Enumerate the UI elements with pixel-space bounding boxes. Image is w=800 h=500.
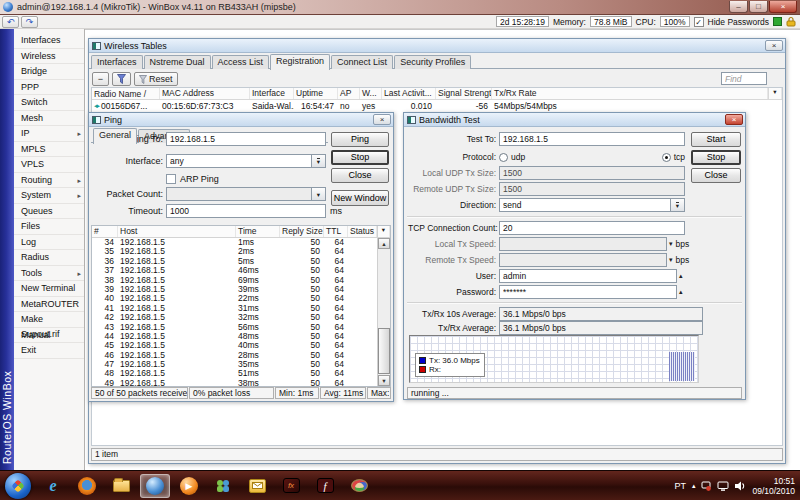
registration-row[interactable]: ◂▸00156D67... 00:15:6D:67:73:C3 Saida-Wa… [92,100,782,111]
wireless-close-button[interactable]: × [765,40,783,51]
tab-connect-list[interactable]: Connect List [331,55,393,69]
find-input[interactable] [721,72,767,85]
column-header-ttl[interactable]: TTL [324,226,348,237]
column-header-ap[interactable]: AP [338,88,360,99]
taskbar-icon-email[interactable] [242,474,272,498]
column-header-host[interactable]: Host [118,226,236,237]
column-header-reply-size[interactable]: Reply Size [280,226,324,237]
protocol-radio-udp[interactable] [499,153,508,162]
start-button[interactable]: Start [691,132,741,147]
close-button[interactable]: Close [331,168,389,183]
column-header-interface[interactable]: Interface [250,88,294,99]
ping-result-row[interactable]: 39 192.168.1.5 39ms 50 64 [92,285,377,294]
column-selector-dropdown[interactable]: ▾ [768,88,782,99]
protocol-radio-tcp[interactable] [662,153,671,162]
ping-result-row[interactable]: 48 192.168.1.5 51ms 50 64 [92,369,377,378]
tab-interfaces[interactable]: Interfaces [91,55,143,69]
ping-result-row[interactable]: 47 192.168.1.5 35ms 50 64 [92,360,377,369]
sidebar-item[interactable]: Make Supout.rif [14,312,84,328]
sidebar-item[interactable]: Routing ▸ [14,173,84,189]
column-header-tx-rx-rate[interactable]: Tx/Rx Rate [492,88,768,99]
maximize-button[interactable]: □ [749,1,768,13]
tab-general[interactable]: General [93,128,137,144]
column-header-w[interactable]: W... [360,88,382,99]
language-indicator[interactable]: PT [674,481,686,491]
sidebar-item[interactable]: Files [14,219,84,235]
ping-button[interactable]: Ping [331,132,389,147]
taskbar-icon-file-explorer[interactable] [106,474,136,498]
hide-passwords-checkbox[interactable]: ✓ [694,17,704,27]
user-input[interactable] [499,269,677,283]
sidebar-item[interactable]: Log [14,235,84,251]
ping-result-row[interactable]: 34 192.168.1.5 1ms 50 64 [92,238,377,247]
volume-icon[interactable] [735,481,746,491]
taskbar-icon-flash[interactable]: f [310,474,340,498]
taskbar-icon-internet-explorer[interactable]: e [38,474,68,498]
interface-dropdown-icon[interactable]: ▾ [312,154,326,168]
ping-result-row[interactable]: 37 192.168.1.5 46ms 50 64 [92,266,377,275]
ping-result-row[interactable]: 36 192.168.1.5 5ms 50 64 [92,257,377,266]
new-window-button[interactable]: New Window [331,190,389,206]
sidebar-item[interactable]: IP ▸ [14,126,84,142]
tab-registration[interactable]: Registration [270,54,330,70]
column-header-uptime[interactable]: Uptime [294,88,338,99]
stop-button[interactable]: Stop [331,150,389,165]
direction-select[interactable] [499,198,671,212]
remote-tx-dropdown-icon[interactable]: ▾ [669,256,673,264]
filter-button[interactable] [112,72,131,86]
ping-to-input[interactable] [166,132,326,146]
taskbar-icon-firefox[interactable] [72,474,102,498]
start-button[interactable] [5,473,31,499]
sidebar-item[interactable]: Radius [14,250,84,266]
sidebar-item[interactable]: Bridge [14,64,84,80]
taskbar-icon-messenger[interactable] [208,474,238,498]
password-input[interactable] [499,285,677,299]
sidebar-item[interactable]: Switch [14,95,84,111]
vertical-scrollbar[interactable]: ▲ ▼ [377,238,390,386]
local-tx-dropdown-icon[interactable]: ▾ [669,240,673,248]
direction-dropdown-icon[interactable]: ▾ [671,198,685,212]
sidebar-item[interactable]: New Terminal [14,281,84,297]
arp-ping-checkbox[interactable] [166,174,176,184]
sidebar-item[interactable]: Exit [14,343,84,359]
network-icon[interactable] [717,481,729,491]
redo-button[interactable]: ↷ [21,16,38,28]
close-button[interactable]: × [769,1,797,13]
taskbar-icon-paint[interactable] [344,474,374,498]
scrollbar-thumb[interactable] [378,328,390,374]
user-collapse-icon[interactable]: ▴ [679,272,683,280]
close-button[interactable]: Close [691,168,741,183]
ping-result-row[interactable]: 40 192.168.1.5 22ms 50 64 [92,294,377,303]
column-header-last-activity[interactable]: Last Activit... [382,88,436,99]
show-hidden-icons[interactable]: ▴ [692,482,696,490]
sidebar-item[interactable]: PPP [14,80,84,96]
tcp-connection-count-input[interactable] [499,221,685,235]
taskbar-icon-graphics-app[interactable]: fx [276,474,306,498]
sidebar-item[interactable]: Wireless [14,49,84,65]
sidebar-item[interactable]: System ▸ [14,188,84,204]
tab-security-profiles[interactable]: Security Profiles [394,55,471,69]
undo-button[interactable]: ↶ [2,16,19,28]
sidebar-item[interactable]: Interfaces [14,33,84,49]
password-collapse-icon[interactable]: ▴ [679,288,683,296]
sidebar-item[interactable]: Queues [14,204,84,220]
ping-result-row[interactable]: 41 192.168.1.5 31ms 50 64 [92,304,377,313]
sidebar-item[interactable]: MetaROUTER [14,297,84,313]
column-header-mac-address[interactable]: MAC Address [160,88,250,99]
sidebar-item[interactable]: MPLS [14,142,84,158]
sidebar-item[interactable]: VPLS [14,157,84,173]
scroll-up-icon[interactable]: ▲ [378,238,390,249]
ping-result-row[interactable]: 35 192.168.1.5 2ms 50 64 [92,247,377,256]
column-header-signal-strength[interactable]: Signal Strengt... [436,88,492,99]
column-header-time[interactable]: Time [236,226,280,237]
minimize-button[interactable]: – [729,1,748,13]
interface-select[interactable] [166,154,312,168]
ping-result-row[interactable]: 49 192.168.1.5 38ms 50 64 [92,379,377,386]
window-titlebar[interactable]: Ping × [89,113,393,127]
ping-result-row[interactable]: 43 192.168.1.5 56ms 50 64 [92,323,377,332]
ping-result-row[interactable]: 45 192.168.1.5 40ms 50 64 [92,341,377,350]
tab-nstreme-dual[interactable]: Nstreme Dual [144,55,211,69]
timeout-input[interactable] [166,204,326,218]
stop-button[interactable]: Stop [691,150,741,165]
window-titlebar[interactable]: Bandwidth Test × [404,113,745,127]
